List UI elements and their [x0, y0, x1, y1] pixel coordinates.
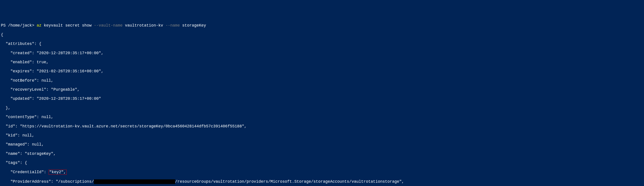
json-attributes: "attributes": {	[1, 42, 643, 46]
json-attributes-close: },	[1, 106, 643, 110]
flag-vault: --vault-name	[94, 23, 122, 28]
ps-prompt: PS /home/jack>	[1, 23, 34, 28]
json-recoverylevel: "recoveryLevel": "Purgeable",	[1, 87, 643, 92]
val-vault: vaultrotation-kv	[125, 23, 163, 28]
json-credentialid: "CredentialId": "key2",	[1, 170, 643, 175]
json-name: "name": "storageKey",	[1, 151, 643, 156]
provideraddress-post: /resourceGroups/vaultrotation/providers/…	[175, 179, 404, 184]
provideraddress-pre: "ProviderAddress": "/subscriptions/	[1, 179, 94, 184]
flag-name: --name	[166, 23, 180, 28]
json-notbefore: "notBefore": null,	[1, 78, 643, 83]
val-name: storageKey	[182, 23, 206, 28]
json-kid: "kid": null,	[1, 133, 643, 138]
json-managed: "managed": null,	[1, 142, 643, 147]
cmd-az: az	[37, 23, 42, 28]
credentialid-highlight: "key2",	[48, 170, 67, 175]
json-enabled: "enabled": true,	[1, 60, 643, 65]
command-line: PS /home/jack> az keyvault secret show -…	[1, 23, 643, 28]
json-updated: "updated": "2020-12-28T20:35:17+00:00"	[1, 96, 643, 101]
redacted-subscription	[94, 179, 175, 184]
json-id: "id": "https://vaultrotation-kv.vault.az…	[1, 124, 643, 129]
json-created: "created": "2020-12-28T20:35:17+00:00",	[1, 51, 643, 56]
json-open: {	[1, 33, 643, 37]
json-expires: "expires": "2021-02-26T20:35:16+00:00",	[1, 69, 643, 74]
json-contenttype: "contentType": null,	[1, 115, 643, 119]
json-provideraddress: "ProviderAddress": "/subscriptions/ /res…	[1, 179, 643, 184]
cmd-rest: keyvault secret show	[44, 23, 92, 28]
json-tags: "tags": {	[1, 160, 643, 165]
credentialid-label: "CredentialId":	[1, 170, 48, 174]
terminal-output: PS /home/jack> az keyvault secret show -…	[1, 19, 643, 186]
